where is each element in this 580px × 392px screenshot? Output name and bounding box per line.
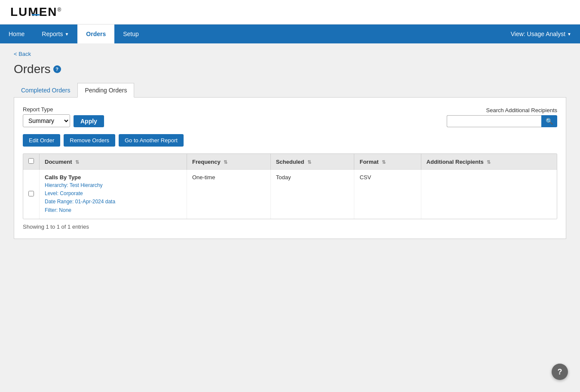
logo-text: LUMEN bbox=[10, 5, 58, 18]
logo-bar: LUMEN® bbox=[0, 0, 580, 24]
nav-left: Home Reports ▼ Orders Setup bbox=[0, 24, 147, 43]
table-row: Calls By Type Hierarchy: Test Hierarchy … bbox=[23, 170, 557, 219]
action-row: Edit Order Remove Orders Go to Another R… bbox=[23, 134, 557, 147]
sort-recipients-icon[interactable]: ⇅ bbox=[487, 159, 491, 165]
table-header-row: Document ⇅ Frequency ⇅ Scheduled ⇅ For bbox=[23, 154, 557, 170]
th-checkbox bbox=[23, 154, 40, 170]
reports-caret-icon: ▼ bbox=[64, 32, 69, 37]
logo: LUMEN® bbox=[10, 5, 62, 19]
search-input[interactable] bbox=[447, 115, 541, 127]
report-type-select[interactable]: Summary Detail bbox=[23, 114, 70, 127]
filter-row: Report Type Summary Detail Apply Search … bbox=[23, 106, 557, 127]
report-type-group: Report Type Summary Detail bbox=[23, 106, 70, 127]
row-format-cell: CSV bbox=[354, 170, 421, 219]
th-additional-recipients: Additional Recipients ⇅ bbox=[421, 154, 557, 170]
row-checkbox[interactable] bbox=[28, 191, 34, 196]
row-document-cell: Calls By Type Hierarchy: Test Hierarchy … bbox=[40, 170, 187, 219]
row-recipients-cell bbox=[421, 170, 557, 219]
view-caret-icon: ▼ bbox=[567, 32, 571, 37]
th-frequency: Frequency ⇅ bbox=[187, 154, 270, 170]
tab-pending-orders[interactable]: Pending Orders bbox=[77, 83, 134, 98]
nav-reports[interactable]: Reports ▼ bbox=[33, 24, 77, 43]
doc-name: Calls By Type bbox=[45, 174, 181, 181]
nav-view-selector[interactable]: View: Usage Analyst ▼ bbox=[502, 24, 580, 43]
orders-table: Document ⇅ Frequency ⇅ Scheduled ⇅ For bbox=[23, 154, 557, 219]
sort-scheduled-icon[interactable]: ⇅ bbox=[307, 159, 311, 165]
orders-card: Report Type Summary Detail Apply Search … bbox=[14, 98, 566, 239]
nav-orders[interactable]: Orders bbox=[77, 24, 114, 43]
search-button[interactable]: 🔍 bbox=[541, 115, 557, 127]
row-scheduled-cell: Today bbox=[270, 170, 354, 219]
tabs: Completed Orders Pending Orders bbox=[14, 83, 566, 98]
back-link[interactable]: < Back bbox=[14, 51, 31, 57]
nav-setup[interactable]: Setup bbox=[114, 24, 147, 43]
nav-home[interactable]: Home bbox=[0, 24, 33, 43]
doc-detail: Hierarchy: Test Hierarchy Level: Corpora… bbox=[45, 181, 181, 214]
row-frequency-cell: One-time bbox=[187, 170, 270, 219]
sort-frequency-icon[interactable]: ⇅ bbox=[224, 159, 227, 165]
search-icon: 🔍 bbox=[546, 118, 553, 125]
row-checkbox-cell bbox=[23, 170, 40, 219]
search-section: Search Additional Recipients 🔍 bbox=[447, 107, 557, 127]
help-float-button[interactable]: ? bbox=[552, 364, 568, 380]
tab-completed-orders[interactable]: Completed Orders bbox=[14, 83, 77, 98]
entries-label: Showing 1 to 1 of 1 entries bbox=[23, 224, 557, 230]
filter-left: Report Type Summary Detail Apply bbox=[23, 106, 104, 127]
th-format: Format ⇅ bbox=[354, 154, 421, 170]
go-to-another-report-button[interactable]: Go to Another Report bbox=[119, 134, 184, 147]
sort-format-icon[interactable]: ⇅ bbox=[382, 159, 386, 165]
table-wrapper: Document ⇅ Frequency ⇅ Scheduled ⇅ For bbox=[23, 153, 557, 219]
th-document: Document ⇅ bbox=[40, 154, 187, 170]
main-content: < Back Orders ? Completed Orders Pending… bbox=[0, 43, 580, 388]
navbar: Home Reports ▼ Orders Setup View: Usage … bbox=[0, 24, 580, 43]
search-input-row: 🔍 bbox=[447, 115, 557, 127]
search-label: Search Additional Recipients bbox=[486, 107, 558, 113]
th-scheduled: Scheduled ⇅ bbox=[270, 154, 354, 170]
page-help-badge[interactable]: ? bbox=[53, 65, 61, 73]
page-title: Orders ? bbox=[14, 62, 566, 76]
report-type-label: Report Type bbox=[23, 106, 70, 113]
edit-order-button[interactable]: Edit Order bbox=[23, 134, 60, 147]
apply-button[interactable]: Apply bbox=[74, 115, 104, 127]
remove-orders-button[interactable]: Remove Orders bbox=[64, 134, 115, 147]
sort-document-icon[interactable]: ⇅ bbox=[75, 159, 79, 165]
logo-accent bbox=[32, 14, 40, 15]
select-all-checkbox[interactable] bbox=[28, 158, 34, 164]
